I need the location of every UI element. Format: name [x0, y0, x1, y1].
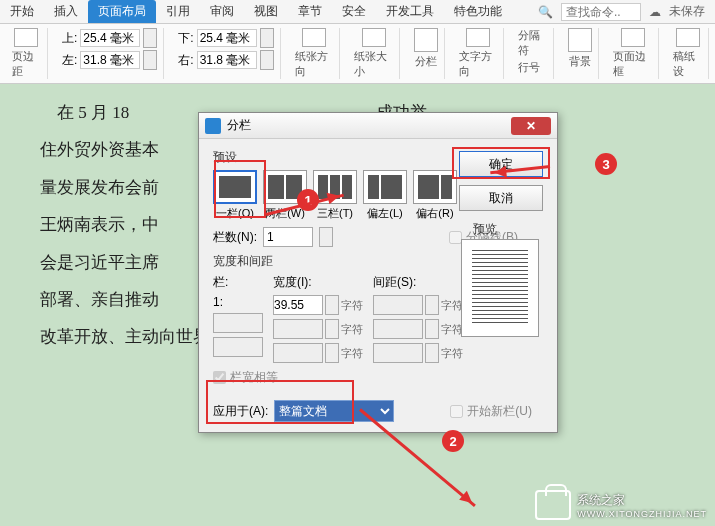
spinner[interactable]	[319, 227, 333, 247]
preset-three[interactable]	[313, 170, 357, 204]
tab-developer[interactable]: 开发工具	[376, 0, 444, 23]
textdir-icon[interactable]	[466, 28, 490, 47]
ok-button[interactable]: 确定	[459, 151, 543, 177]
papersize-label[interactable]: 纸张大小	[354, 49, 393, 79]
columns-dialog: 分栏 ✕ 预设 一栏(O) 两栏(W) 三栏(T) 偏左(L) 偏右(R) 栏数…	[198, 112, 558, 433]
spinner	[425, 343, 439, 363]
dialog-app-icon	[205, 118, 221, 134]
unit-label: 字符	[341, 346, 363, 361]
spinner	[425, 319, 439, 339]
left-margin-input[interactable]	[80, 51, 140, 69]
unsaved-label: 未保存	[669, 3, 705, 20]
cols-count-label: 栏数(N):	[213, 229, 257, 246]
spinner[interactable]	[260, 50, 274, 70]
dialog-close-button[interactable]: ✕	[511, 117, 551, 135]
spinner	[325, 343, 339, 363]
spacing2-input	[373, 319, 423, 339]
dialog-titlebar[interactable]: 分栏 ✕	[199, 113, 557, 139]
left-margin-label: 左:	[62, 52, 77, 69]
preset-three-label: 三栏(T)	[313, 206, 357, 221]
watermark-name: 系统之家	[577, 492, 707, 509]
spacing1-input	[373, 295, 423, 315]
bottom-margin-label: 下:	[178, 30, 193, 47]
spacing-header: 间距(S):	[373, 274, 463, 291]
columns-icon[interactable]	[414, 28, 438, 52]
manuscript-label[interactable]: 稿纸设	[673, 49, 702, 79]
tab-insert[interactable]: 插入	[44, 0, 88, 23]
unit-label: 字符	[441, 298, 463, 313]
new-column-label: 开始新栏(U)	[467, 403, 532, 420]
orientation-icon[interactable]	[302, 28, 326, 47]
ribbon-toolbar: 页边距 上: 左: 下: 右: 纸张方向 纸张大小 分栏 文字方向 分隔符 行号…	[0, 24, 715, 84]
spinner[interactable]	[143, 50, 157, 70]
tab-review[interactable]: 审阅	[200, 0, 244, 23]
top-margin-label: 上:	[62, 30, 77, 47]
tab-reference[interactable]: 引用	[156, 0, 200, 23]
tab-special[interactable]: 特色功能	[444, 0, 512, 23]
preview-box	[461, 239, 539, 337]
break-label[interactable]: 分隔符	[518, 28, 547, 58]
preset-right-label: 偏右(R)	[413, 206, 457, 221]
unit-label: 字符	[341, 322, 363, 337]
spinner[interactable]	[260, 28, 274, 48]
spacing3-input	[373, 343, 423, 363]
background-label[interactable]: 背景	[569, 54, 591, 69]
col-header: 栏:	[213, 274, 263, 291]
cancel-button[interactable]: 取消	[459, 185, 543, 211]
new-column-checkbox	[450, 405, 463, 418]
margin-icon[interactable]	[14, 28, 38, 47]
width1-input[interactable]	[273, 295, 323, 315]
lineno-label[interactable]: 行号	[518, 60, 540, 75]
columns-label[interactable]: 分栏	[415, 54, 437, 69]
col3-index	[213, 337, 263, 357]
tab-chapter[interactable]: 章节	[288, 0, 332, 23]
apply-to-select[interactable]: 整篇文档	[274, 400, 394, 422]
background-icon[interactable]	[568, 28, 592, 52]
spinner[interactable]	[143, 28, 157, 48]
spinner[interactable]	[325, 295, 339, 315]
spinner	[325, 319, 339, 339]
watermark-house-icon	[535, 490, 571, 520]
cloud-icon: ☁	[649, 5, 661, 19]
bottom-margin-input[interactable]	[197, 29, 257, 47]
top-margin-input[interactable]	[80, 29, 140, 47]
manuscript-icon[interactable]	[676, 28, 700, 47]
preset-one[interactable]	[213, 170, 257, 204]
col1-label: 1:	[213, 295, 223, 309]
spinner	[425, 295, 439, 315]
width3-input	[273, 343, 323, 363]
textdir-label[interactable]: 文字方向	[459, 49, 498, 79]
preset-two[interactable]	[263, 170, 307, 204]
preset-two-label: 两栏(W)	[263, 206, 307, 221]
tab-security[interactable]: 安全	[332, 0, 376, 23]
width-header: 宽度(I):	[273, 274, 363, 291]
right-margin-input[interactable]	[197, 51, 257, 69]
search-icon: 🔍	[538, 5, 553, 19]
tab-pagelayout[interactable]: 页面布局	[88, 0, 156, 23]
border-icon[interactable]	[621, 28, 645, 47]
ribbon-tabs: 开始 插入 页面布局 引用 审阅 视图 章节 安全 开发工具 特色功能 🔍 ☁ …	[0, 0, 715, 24]
margin-label: 页边距	[12, 49, 41, 79]
command-search[interactable]	[561, 3, 641, 21]
equal-width-checkbox	[213, 371, 226, 384]
apply-to-label: 应用于(A):	[213, 403, 268, 420]
preview-label: 预览	[473, 221, 497, 238]
preset-left[interactable]	[363, 170, 407, 204]
tab-start[interactable]: 开始	[0, 0, 44, 23]
watermark-url: WWW.XITONGZHIJIA.NET	[577, 509, 707, 519]
col2-index	[213, 313, 263, 333]
preset-left-label: 偏左(L)	[363, 206, 407, 221]
unit-label: 字符	[441, 346, 463, 361]
tab-view[interactable]: 视图	[244, 0, 288, 23]
orientation-label[interactable]: 纸张方向	[295, 49, 334, 79]
dialog-title: 分栏	[227, 117, 251, 134]
width2-input	[273, 319, 323, 339]
unit-label: 字符	[341, 298, 363, 313]
equal-width-label: 栏宽相等	[230, 369, 278, 386]
watermark: 系统之家 WWW.XITONGZHIJIA.NET	[535, 490, 707, 520]
preset-right[interactable]	[413, 170, 457, 204]
papersize-icon[interactable]	[362, 28, 386, 47]
cols-count-input[interactable]	[263, 227, 313, 247]
border-label[interactable]: 页面边框	[613, 49, 652, 79]
preset-one-label: 一栏(O)	[213, 206, 257, 221]
